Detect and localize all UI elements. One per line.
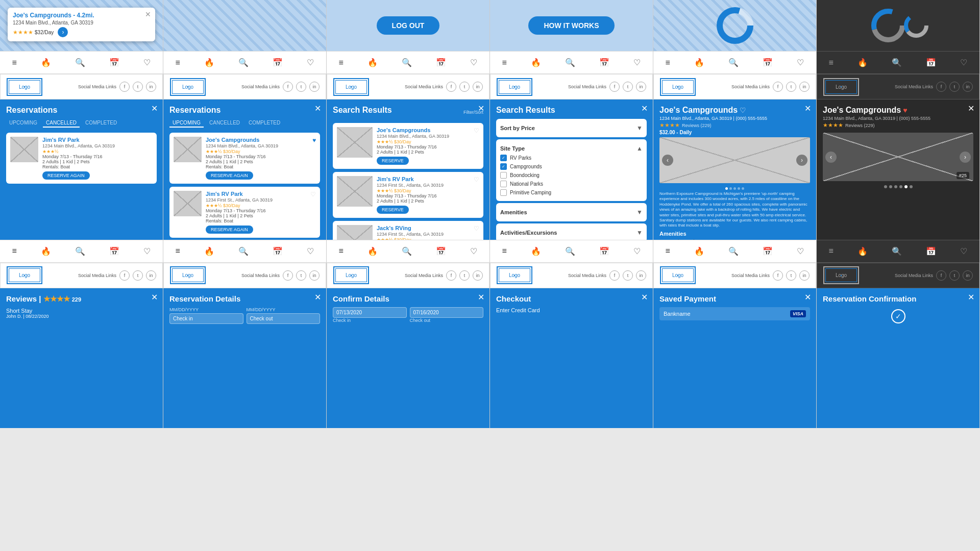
close-confirm-3[interactable]: ✕	[478, 292, 484, 302]
bottom-social-tw-2[interactable]: t	[296, 270, 306, 281]
nav-search-6[interactable]: 🔍	[892, 58, 902, 67]
nav-search-5[interactable]: 🔍	[728, 58, 739, 67]
bottom-social-ig-3[interactable]: in	[473, 270, 483, 281]
close-reservations-2[interactable]: ✕	[314, 104, 321, 113]
cb-boondocking-box[interactable]	[500, 172, 507, 179]
dark-img-next-6[interactable]: ›	[960, 152, 971, 163]
social-tw-5[interactable]: t	[786, 82, 796, 92]
tab-upcoming-2[interactable]: UPCOMING	[169, 119, 204, 128]
bottom-nav-heart-3[interactable]: ♡	[470, 246, 477, 256]
bottom-nav-search-4[interactable]: 🔍	[565, 246, 575, 256]
heart-2-2[interactable]: ♡	[310, 191, 316, 198]
social-ig-3[interactable]: in	[473, 82, 483, 92]
cb-rv-parks[interactable]: ✓ RV Parks	[500, 154, 643, 162]
dark-detail-reviews-6[interactable]: Reviews (229)	[845, 123, 875, 128]
bottom-nav-calendar-5[interactable]: 📅	[763, 246, 773, 256]
nav-heart-1[interactable]: ♡	[143, 58, 151, 67]
social-ig-4[interactable]: in	[636, 82, 646, 92]
nav-fire-3[interactable]: 🔥	[368, 58, 378, 67]
popup-go-btn-1[interactable]: ›	[58, 27, 68, 37]
bottom-nav-calendar-3[interactable]: 📅	[436, 246, 446, 256]
nav-fire-1[interactable]: 🔥	[41, 58, 51, 67]
nav-menu-1[interactable]: ≡	[12, 58, 17, 67]
nav-calendar-1[interactable]: 📅	[109, 58, 119, 67]
social-fb-5[interactable]: f	[773, 82, 783, 92]
nav-menu-6[interactable]: ≡	[829, 58, 834, 67]
social-icon-ig-1[interactable]: in	[146, 82, 156, 92]
bottom-nav-search-6[interactable]: 🔍	[892, 246, 902, 256]
bottom-nav-menu-3[interactable]: ≡	[339, 246, 344, 256]
amenities-row[interactable]: Amenities ▼	[500, 207, 643, 217]
bottom-social-fb-2[interactable]: f	[283, 270, 293, 281]
bottom-nav-fire-1[interactable]: 🔥	[41, 246, 51, 256]
img-prev-5[interactable]: ‹	[662, 155, 673, 166]
social-ig-5[interactable]: in	[799, 82, 810, 92]
nav-calendar-2[interactable]: 📅	[273, 58, 283, 67]
nav-fire-4[interactable]: 🔥	[531, 58, 541, 67]
bottom-nav-fire-5[interactable]: 🔥	[694, 246, 704, 256]
how-it-works-button[interactable]: HOW IT WORKS	[528, 16, 614, 35]
tab-cancelled-2[interactable]: CANCELLED	[206, 119, 243, 128]
nav-fire-6[interactable]: 🔥	[857, 58, 868, 67]
close-checkout-4[interactable]: ✕	[641, 292, 648, 302]
bottom-social-fb-3[interactable]: f	[446, 270, 456, 281]
tab-cancelled-1[interactable]: CANCELLED	[43, 119, 80, 128]
bottom-social-fb-5[interactable]: f	[773, 270, 783, 281]
bottom-nav-fire-3[interactable]: 🔥	[368, 246, 378, 256]
nav-heart-3[interactable]: ♡	[470, 58, 477, 67]
reserve-btn-3-2[interactable]: RESERVE	[377, 206, 409, 214]
social-fb-2[interactable]: f	[283, 82, 293, 92]
reserve-btn-3-1[interactable]: RESERVE	[377, 157, 409, 165]
social-ig-6[interactable]: in	[963, 82, 973, 92]
close-reservations-1[interactable]: ✕	[151, 104, 158, 113]
heart-3-2[interactable]: ♡	[474, 176, 479, 183]
bottom-social-ig-1[interactable]: in	[146, 270, 156, 281]
bottom-social-tw-6[interactable]: t	[949, 270, 960, 281]
bottom-social-ig-5[interactable]: in	[799, 270, 810, 281]
reserve-btn-2-2[interactable]: RESERVE AGAIN	[206, 226, 253, 234]
social-fb-6[interactable]: f	[936, 82, 946, 92]
detail-reviews-5[interactable]: Reviews (229)	[682, 123, 712, 128]
detail-heart-5[interactable]: ♡	[740, 106, 746, 114]
social-tw-2[interactable]: t	[296, 82, 306, 92]
logout-button[interactable]: LOG OUT	[377, 16, 440, 35]
bottom-nav-menu-6[interactable]: ≡	[829, 246, 834, 256]
heart-3-1[interactable]: ♡	[474, 127, 479, 134]
social-fb-3[interactable]: f	[446, 82, 456, 92]
close-res-details-2[interactable]: ✕	[314, 292, 321, 302]
dark-img-prev-6[interactable]: ‹	[825, 152, 837, 163]
nav-heart-2[interactable]: ♡	[307, 58, 314, 67]
bottom-social-fb-6[interactable]: f	[936, 270, 946, 281]
nav-heart-4[interactable]: ♡	[633, 58, 641, 67]
heart-2-1[interactable]: ♥	[312, 137, 316, 144]
bottom-nav-calendar-1[interactable]: 📅	[109, 246, 119, 256]
nav-calendar-4[interactable]: 📅	[599, 58, 609, 67]
bottom-social-fb-1[interactable]: f	[119, 270, 130, 281]
cb-national-parks-box[interactable]	[500, 181, 507, 187]
cb-primitive-camping-box[interactable]	[500, 189, 507, 196]
heart-3-3[interactable]: ♡	[474, 225, 479, 232]
cb-campgrounds[interactable]: ✓ Campgrounds	[500, 162, 643, 171]
nav-heart-6[interactable]: ♡	[960, 58, 967, 67]
cb-primitive-camping[interactable]: Primitive Camping	[500, 188, 643, 197]
cb-campgrounds-box[interactable]: ✓	[500, 163, 507, 170]
nav-search-1[interactable]: 🔍	[75, 58, 85, 67]
nav-calendar-5[interactable]: 📅	[763, 58, 773, 67]
popup-close-1[interactable]: ✕	[145, 10, 151, 18]
bottom-nav-menu-1[interactable]: ≡	[12, 246, 17, 256]
bottom-nav-fire-4[interactable]: 🔥	[531, 246, 541, 256]
nav-fire-2[interactable]: 🔥	[204, 58, 214, 67]
social-ig-2[interactable]: in	[309, 82, 320, 92]
nav-menu-4[interactable]: ≡	[502, 58, 507, 67]
close-search-3[interactable]: ✕	[478, 104, 484, 113]
nav-calendar-6[interactable]: 📅	[926, 58, 936, 67]
bottom-nav-fire-2[interactable]: 🔥	[204, 246, 214, 256]
bottom-nav-search-1[interactable]: 🔍	[75, 246, 85, 256]
social-icon-tw-1[interactable]: t	[133, 82, 143, 92]
bottom-nav-search-3[interactable]: 🔍	[402, 246, 412, 256]
bottom-nav-calendar-2[interactable]: 📅	[273, 246, 283, 256]
social-icon-fb-1[interactable]: f	[119, 82, 130, 92]
cb-national-parks[interactable]: National Parks	[500, 180, 643, 188]
cb-boondocking[interactable]: Boondocking	[500, 171, 643, 180]
bottom-social-tw-5[interactable]: t	[786, 270, 796, 281]
